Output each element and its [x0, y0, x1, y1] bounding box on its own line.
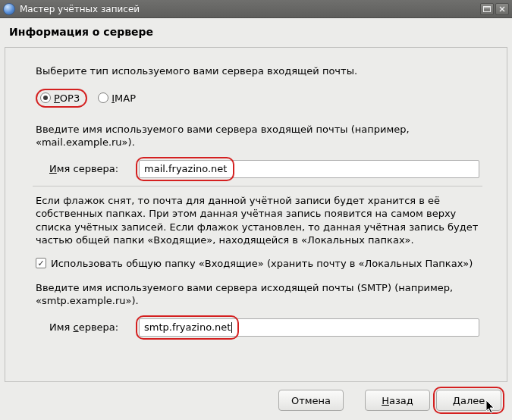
incoming-help: Введите имя используемого вами сервера в…	[36, 123, 479, 149]
radio-imap[interactable]: IMAP	[95, 90, 142, 106]
use-global-inbox-row[interactable]: Использовать общую папку «Входящие» (хра…	[36, 258, 479, 269]
radio-pop3[interactable]: POP3	[36, 89, 87, 108]
content-pane: Выберите тип используемого вами сервера …	[5, 47, 507, 382]
incoming-server-input[interactable]	[139, 160, 479, 178]
outgoing-server-row: Имя сервера: smtp.fryazino.net	[36, 318, 479, 337]
next-button[interactable]: Далее	[436, 390, 501, 411]
outgoing-help: Введите имя используемого вами сервера и…	[36, 281, 479, 308]
outgoing-server-input[interactable]: smtp.fryazino.net	[139, 318, 479, 337]
outgoing-server-label: Имя сервера:	[49, 321, 125, 333]
maximize-button[interactable]	[480, 3, 494, 15]
radio-dot-icon	[40, 92, 51, 103]
button-bar: Отмена Назад Далее	[0, 382, 512, 420]
title-bar: Мастер учётных записей	[0, 0, 512, 18]
radio-dot-icon	[98, 92, 108, 103]
server-type-radio-row: POP3 IMAP	[36, 89, 479, 108]
window-title: Мастер учётных записей	[20, 4, 479, 14]
use-global-inbox-label: Использовать общую папку «Входящие» (хра…	[51, 258, 473, 269]
back-button[interactable]: Назад	[365, 390, 430, 411]
separator	[33, 186, 482, 186]
window-body: Информация о сервере Выберите тип исполь…	[0, 18, 512, 420]
incoming-server-row: Имя сервера:	[36, 160, 479, 178]
inbox-note: Если флажок снят, то почта для данной уч…	[36, 194, 479, 247]
checkbox-icon	[36, 258, 46, 268]
intro-text: Выберите тип используемого вами сервера …	[36, 64, 479, 78]
incoming-server-label: Имя сервера:	[49, 163, 125, 174]
cancel-button[interactable]: Отмена	[278, 390, 344, 411]
close-button[interactable]	[495, 3, 509, 15]
page-heading: Информация о сервере	[0, 18, 512, 47]
app-icon	[3, 3, 15, 15]
